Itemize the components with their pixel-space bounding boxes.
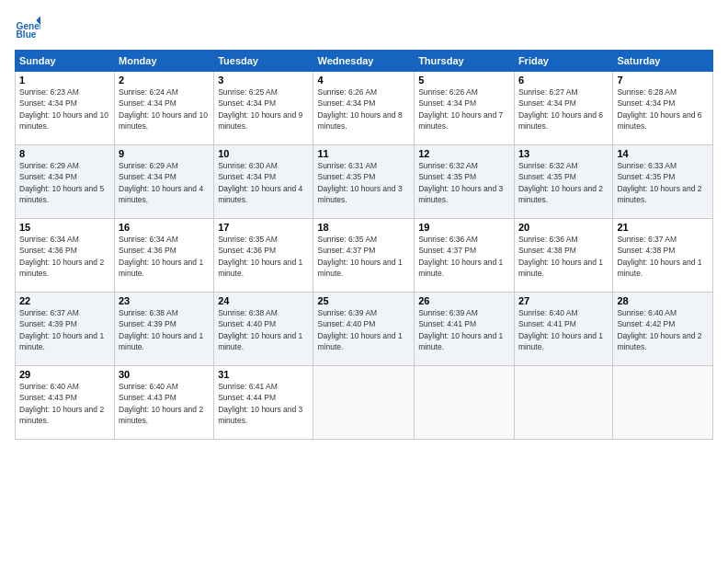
- day-number: 17: [218, 222, 309, 233]
- sunset-info: Sunset: 4:34 PM: [418, 98, 476, 108]
- daylight-info: Daylight: 10 hours and 5 minutes.: [19, 184, 104, 204]
- day-number: 8: [19, 148, 110, 159]
- sunrise-info: Sunrise: 6:37 AM: [617, 235, 677, 244]
- calendar-cell: 9 Sunrise: 6:29 AM Sunset: 4:34 PM Dayli…: [115, 145, 214, 219]
- day-number: 19: [418, 222, 510, 233]
- day-number: 3: [218, 75, 309, 86]
- sunrise-info: Sunrise: 6:38 AM: [218, 308, 278, 317]
- daylight-info: Daylight: 10 hours and 1 minute.: [617, 258, 701, 278]
- daylight-info: Daylight: 10 hours and 1 minute.: [317, 331, 402, 351]
- daylight-info: Daylight: 10 hours and 9 minutes.: [218, 110, 302, 131]
- calendar-cell: 26 Sunrise: 6:39 AM Sunset: 4:41 PM Dayl…: [415, 293, 515, 366]
- sunset-info: Sunset: 4:43 PM: [119, 393, 176, 402]
- sunset-info: Sunset: 4:34 PM: [119, 172, 176, 181]
- sunrise-info: Sunrise: 6:23 AM: [19, 87, 79, 97]
- calendar-cell: 19 Sunrise: 6:36 AM Sunset: 4:37 PM Dayl…: [415, 219, 515, 293]
- day-number: 10: [218, 148, 309, 159]
- calendar-cell: 23 Sunrise: 6:38 AM Sunset: 4:39 PM Dayl…: [115, 293, 214, 366]
- calendar-cell: 28 Sunrise: 6:40 AM Sunset: 4:42 PM Dayl…: [613, 293, 713, 366]
- daylight-info: Daylight: 10 hours and 6 minutes.: [518, 110, 603, 131]
- daylight-info: Daylight: 10 hours and 1 minute.: [317, 258, 402, 278]
- daylight-info: Daylight: 10 hours and 3 minutes.: [218, 405, 302, 425]
- sunrise-info: Sunrise: 6:33 AM: [617, 161, 677, 170]
- sunset-info: Sunset: 4:41 PM: [518, 319, 576, 328]
- day-number: 25: [317, 295, 410, 306]
- sunrise-info: Sunrise: 6:40 AM: [518, 308, 578, 317]
- sunset-info: Sunset: 4:42 PM: [617, 319, 675, 328]
- sunset-info: Sunset: 4:34 PM: [218, 172, 276, 181]
- day-number: 2: [119, 75, 210, 86]
- sunset-info: Sunset: 4:36 PM: [218, 246, 276, 255]
- day-number: 13: [518, 148, 609, 159]
- daylight-info: Daylight: 10 hours and 2 minutes.: [19, 258, 104, 278]
- daylight-info: Daylight: 10 hours and 10 minutes.: [19, 110, 108, 131]
- daylight-info: Daylight: 10 hours and 10 minutes.: [119, 110, 208, 131]
- col-header-friday: Friday: [514, 51, 612, 72]
- logo: General Blue: [15, 15, 42, 40]
- day-number: 9: [119, 148, 210, 159]
- day-number: 11: [317, 148, 410, 159]
- calendar-cell: 24 Sunrise: 6:38 AM Sunset: 4:40 PM Dayl…: [214, 293, 313, 366]
- day-number: 22: [19, 295, 110, 306]
- daylight-info: Daylight: 10 hours and 1 minute.: [218, 331, 302, 351]
- calendar-cell: 7 Sunrise: 6:28 AM Sunset: 4:34 PM Dayli…: [613, 72, 713, 145]
- calendar-cell: 12 Sunrise: 6:32 AM Sunset: 4:35 PM Dayl…: [415, 145, 515, 219]
- calendar-cell: [613, 366, 713, 440]
- sunset-info: Sunset: 4:35 PM: [418, 172, 476, 181]
- daylight-info: Daylight: 10 hours and 1 minute.: [518, 331, 603, 351]
- sunset-info: Sunset: 4:34 PM: [119, 98, 176, 108]
- day-number: 7: [617, 75, 709, 86]
- daylight-info: Daylight: 10 hours and 1 minute.: [418, 331, 503, 351]
- sunset-info: Sunset: 4:41 PM: [418, 319, 476, 328]
- day-number: 23: [119, 295, 210, 306]
- daylight-info: Daylight: 10 hours and 1 minute.: [19, 331, 104, 351]
- col-header-tuesday: Tuesday: [214, 51, 313, 72]
- sunrise-info: Sunrise: 6:34 AM: [19, 235, 79, 244]
- day-number: 27: [518, 295, 609, 306]
- sunset-info: Sunset: 4:37 PM: [418, 246, 476, 255]
- sunrise-info: Sunrise: 6:36 AM: [518, 235, 578, 244]
- daylight-info: Daylight: 10 hours and 2 minutes.: [19, 405, 104, 425]
- calendar-cell: [514, 366, 612, 440]
- col-header-thursday: Thursday: [415, 51, 515, 72]
- day-number: 30: [119, 369, 210, 380]
- calendar-cell: 13 Sunrise: 6:32 AM Sunset: 4:35 PM Dayl…: [514, 145, 612, 219]
- calendar-cell: 29 Sunrise: 6:40 AM Sunset: 4:43 PM Dayl…: [16, 366, 115, 440]
- sunset-info: Sunset: 4:35 PM: [518, 172, 576, 181]
- day-number: 24: [218, 295, 309, 306]
- sunrise-info: Sunrise: 6:40 AM: [19, 382, 79, 391]
- sunrise-info: Sunrise: 6:31 AM: [317, 161, 377, 170]
- sunset-info: Sunset: 4:44 PM: [218, 393, 276, 402]
- day-number: 28: [617, 295, 709, 306]
- calendar-cell: 17 Sunrise: 6:35 AM Sunset: 4:36 PM Dayl…: [214, 219, 313, 293]
- sunrise-info: Sunrise: 6:27 AM: [518, 87, 578, 97]
- calendar-cell: 8 Sunrise: 6:29 AM Sunset: 4:34 PM Dayli…: [16, 145, 115, 219]
- daylight-info: Daylight: 10 hours and 3 minutes.: [317, 184, 402, 204]
- calendar-cell: 6 Sunrise: 6:27 AM Sunset: 4:34 PM Dayli…: [514, 72, 612, 145]
- calendar-cell: 10 Sunrise: 6:30 AM Sunset: 4:34 PM Dayl…: [214, 145, 313, 219]
- day-number: 29: [19, 369, 110, 380]
- sunrise-info: Sunrise: 6:37 AM: [19, 308, 79, 317]
- sunset-info: Sunset: 4:40 PM: [218, 319, 276, 328]
- daylight-info: Daylight: 10 hours and 2 minutes.: [119, 405, 203, 425]
- sunset-info: Sunset: 4:35 PM: [317, 172, 375, 181]
- calendar-cell: 14 Sunrise: 6:33 AM Sunset: 4:35 PM Dayl…: [613, 145, 713, 219]
- day-number: 16: [119, 222, 210, 233]
- sunrise-info: Sunrise: 6:25 AM: [218, 87, 278, 97]
- day-number: 18: [317, 222, 410, 233]
- sunrise-info: Sunrise: 6:28 AM: [617, 87, 677, 97]
- daylight-info: Daylight: 10 hours and 2 minutes.: [518, 184, 603, 204]
- day-number: 5: [418, 75, 510, 86]
- sunrise-info: Sunrise: 6:41 AM: [218, 382, 278, 391]
- calendar-cell: 27 Sunrise: 6:40 AM Sunset: 4:41 PM Dayl…: [514, 293, 612, 366]
- daylight-info: Daylight: 10 hours and 3 minutes.: [418, 184, 503, 204]
- sunset-info: Sunset: 4:39 PM: [19, 319, 77, 328]
- col-header-sunday: Sunday: [16, 51, 115, 72]
- sunrise-info: Sunrise: 6:26 AM: [418, 87, 478, 97]
- daylight-info: Daylight: 10 hours and 4 minutes.: [119, 184, 203, 204]
- daylight-info: Daylight: 10 hours and 2 minutes.: [617, 331, 701, 351]
- daylight-info: Daylight: 10 hours and 6 minutes.: [617, 110, 701, 131]
- daylight-info: Daylight: 10 hours and 2 minutes.: [617, 184, 701, 204]
- calendar-table: SundayMondayTuesdayWednesdayThursdayFrid…: [15, 50, 713, 440]
- daylight-info: Daylight: 10 hours and 1 minute.: [119, 258, 203, 278]
